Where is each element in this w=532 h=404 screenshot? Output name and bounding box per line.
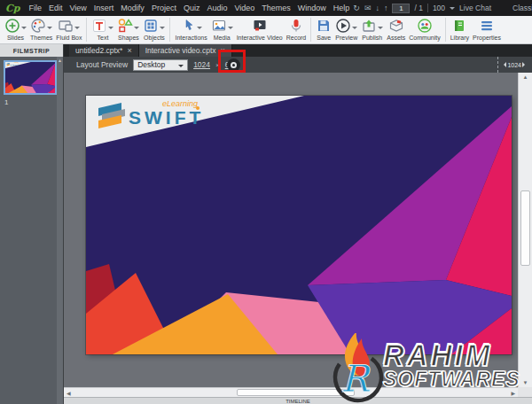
close-icon[interactable]: × xyxy=(127,47,131,55)
toolbar-divider xyxy=(445,18,446,42)
toolbar-button-community[interactable]: Community xyxy=(407,17,442,41)
workspace-select[interactable]: Classic xyxy=(512,4,532,12)
toolbar-button-fluid-box[interactable]: Fluid Box xyxy=(54,17,83,41)
scroll-up-icon[interactable]: ▲ xyxy=(519,74,532,80)
toolbar-button-record[interactable]: Record xyxy=(285,17,309,41)
media-image-icon xyxy=(211,18,227,34)
scroll-up-icon[interactable]: ▲ xyxy=(57,58,63,63)
preview-play-icon xyxy=(335,18,351,34)
stage-width-value[interactable]: 1024 xyxy=(193,60,210,69)
toolbar-button-text[interactable]: Text xyxy=(90,17,115,41)
save-floppy-icon xyxy=(316,18,332,34)
slide-number-input[interactable]: 1 xyxy=(392,4,410,13)
toolbar-label: Preview xyxy=(335,35,357,41)
toolbar-button-objects[interactable]: Objects xyxy=(141,17,167,41)
menu-quiz[interactable]: Quiz xyxy=(180,4,204,12)
menu-audio[interactable]: Audio xyxy=(203,4,231,12)
toolbar-button-properties[interactable]: Properties xyxy=(471,17,503,41)
timeline-bar[interactable]: TIMELINE xyxy=(64,397,532,404)
toolbar-button-save[interactable]: Save xyxy=(314,17,333,41)
toolbar-button-publish[interactable]: Publish xyxy=(359,17,385,41)
slide-thumbnail-number: 1 xyxy=(4,98,8,106)
scroll-right-icon[interactable]: ▶ xyxy=(511,390,515,396)
vertical-scrollbar[interactable]: ▲ ▼ xyxy=(518,73,532,387)
sync-icon[interactable]: ↻ xyxy=(353,4,360,12)
toolbar-label: Shapes xyxy=(118,35,139,41)
scroll-down-icon[interactable]: ▼ xyxy=(519,380,532,385)
tab-label: untitled2.cptx* xyxy=(75,46,122,55)
horizontal-scrollbar[interactable]: ◀ ▶ xyxy=(64,387,518,397)
toolbar-button-shapes[interactable]: Shapes xyxy=(115,17,141,41)
menu-project[interactable]: Project xyxy=(148,4,180,12)
vertical-scroll-thumb[interactable] xyxy=(520,190,530,266)
chevron-down-icon[interactable] xyxy=(450,7,455,12)
toolbar-button-slides[interactable]: Slides xyxy=(3,17,28,41)
toolbar-label: Objects xyxy=(144,35,165,41)
slide-total-label: / 1 xyxy=(414,4,422,12)
device-select-value: Desktop xyxy=(137,60,165,69)
menu-bar: Cp File Edit View Insert Modify Project … xyxy=(0,0,532,16)
menu-insert[interactable]: Insert xyxy=(90,4,118,12)
filmstrip-scrollbar[interactable]: ▲ xyxy=(57,57,63,404)
chevron-down-icon xyxy=(160,27,165,32)
add-slide-icon xyxy=(4,18,20,34)
ruler-value: 1024 xyxy=(507,62,521,68)
chevron-down-icon xyxy=(21,27,27,32)
app-logo[interactable]: Cp xyxy=(4,3,25,14)
horizontal-scroll-thumb[interactable] xyxy=(237,389,355,396)
mail-icon[interactable]: ✉ xyxy=(364,4,372,12)
device-select[interactable]: Desktop xyxy=(133,59,188,71)
stage-canvas[interactable]: ▲ ▼ xyxy=(64,73,532,387)
toolbar-button-preview[interactable]: Preview xyxy=(333,17,359,41)
toolbar-divider xyxy=(86,18,87,42)
menu-themes[interactable]: Themes xyxy=(258,4,294,12)
toolbar-divider xyxy=(310,18,311,42)
scroll-left-icon[interactable]: ◀ xyxy=(66,390,71,396)
ruler-line xyxy=(497,57,498,73)
chevron-down-icon xyxy=(352,27,357,32)
tab-untitled2[interactable]: untitled2.cptx* × xyxy=(69,44,139,57)
toolbar-button-assets[interactable]: Assets xyxy=(385,17,407,41)
slide-thumbnail[interactable] xyxy=(4,60,57,95)
width-ruler-handle[interactable]: 1024 xyxy=(497,57,528,73)
fluid-box-icon xyxy=(58,18,74,34)
toolbar-label: Interactions xyxy=(175,35,207,41)
toolbar-button-interactive-video[interactable]: Interactive Video xyxy=(235,17,285,41)
interactions-pointer-icon xyxy=(180,18,196,34)
text-icon xyxy=(91,18,107,34)
menu-view[interactable]: View xyxy=(66,4,90,12)
interactive-video-icon xyxy=(252,18,268,34)
toolbar-button-themes[interactable]: Themes xyxy=(28,17,54,41)
chevron-down-icon xyxy=(178,65,184,70)
zoom-level-value[interactable]: 100 xyxy=(433,4,445,12)
toolbar-label: Community xyxy=(409,35,440,41)
ruler-left-arrow-icon xyxy=(501,62,506,67)
tab-label: Interactive video.cptx xyxy=(145,46,216,55)
toolbar-label: Record xyxy=(286,35,307,41)
toolbar-label: Interactive Video xyxy=(237,35,283,41)
next-slide-icon[interactable]: ↓ xyxy=(375,4,379,12)
shapes-icon xyxy=(117,18,133,34)
chevron-down-icon xyxy=(47,27,52,32)
toolbar-button-media[interactable]: Media xyxy=(209,17,235,41)
menu-video[interactable]: Video xyxy=(231,4,258,12)
menu-help[interactable]: Help xyxy=(330,4,354,12)
menu-modify[interactable]: Modify xyxy=(117,4,148,12)
menu-bar-right: ↻ ✉ ↓ ↑ 1 / 1 100 Live Chat Classic – ❐ … xyxy=(353,3,532,13)
menu-window[interactable]: Window xyxy=(294,4,330,12)
slide-stage[interactable] xyxy=(86,96,512,354)
toolbar-label: Text xyxy=(98,35,109,41)
themes-palette-icon xyxy=(30,18,46,34)
filmstrip-panel: 1 ▲ xyxy=(0,57,64,404)
prev-slide-icon[interactable]: ↑ xyxy=(384,4,388,12)
menu-edit[interactable]: Edit xyxy=(45,4,66,12)
record-microphone-icon xyxy=(288,18,304,34)
toolbar-button-interactions[interactable]: Interactions xyxy=(173,17,208,41)
toolbar-label: Publish xyxy=(362,35,382,41)
chevron-down-icon xyxy=(378,27,383,32)
toolbar-button-library[interactable]: Library xyxy=(449,17,471,41)
menu-file[interactable]: File xyxy=(25,4,45,12)
toolbar-divider xyxy=(169,18,170,42)
live-chat-link[interactable]: Live Chat xyxy=(459,4,491,12)
red-highlight-box xyxy=(218,50,246,73)
